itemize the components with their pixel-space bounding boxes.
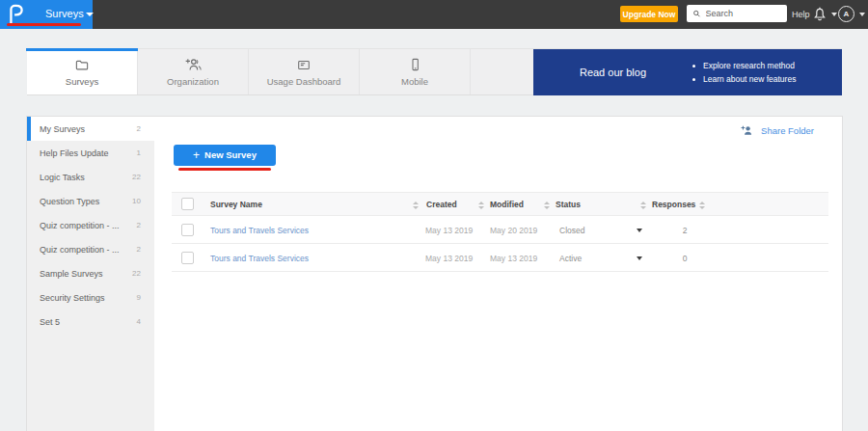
person-add-icon: [740, 124, 754, 137]
folder-name: Quiz competition - ...: [40, 245, 137, 255]
folder-name: Help Files Update: [40, 148, 137, 158]
tab-mobile[interactable]: Mobile: [360, 49, 471, 94]
folder-name: My Surveys: [40, 124, 137, 134]
folder-name: Quiz competition - ...: [40, 221, 137, 230]
content-card: My Surveys 2 Help Files Update 1 Logic T…: [26, 116, 843, 431]
tab-label: Mobile: [401, 76, 428, 87]
folder-count: 10: [132, 197, 141, 205]
sidebar-folder-item[interactable]: Set 5 4: [27, 310, 154, 334]
folder-count: 2: [137, 245, 141, 254]
banner-bullet: Explore research method: [692, 61, 796, 70]
mobile-icon: [408, 57, 422, 72]
row-checkbox[interactable]: [181, 224, 194, 236]
bell-dropdown-caret-icon[interactable]: [831, 13, 837, 16]
responses-count: 2: [677, 226, 692, 235]
dashboard-icon: [296, 58, 312, 72]
select-all-checkbox[interactable]: [181, 198, 194, 210]
column-header-modified[interactable]: Modified: [490, 200, 524, 209]
sidebar-folder-item[interactable]: Question Types 10: [27, 189, 154, 213]
tab-surveys[interactable]: Surveys: [27, 49, 138, 94]
status-value: Active: [559, 254, 582, 263]
sidebar-folder-item[interactable]: Quiz competition - ... 2: [27, 213, 154, 237]
avatar-dropdown-caret-icon[interactable]: [859, 13, 865, 16]
folder-count: 2: [137, 221, 141, 229]
tab-label: Surveys: [66, 76, 98, 87]
status-value: Closed: [559, 226, 584, 235]
folder-count: 22: [132, 269, 141, 278]
tab-label: Usage Dashboard: [267, 76, 341, 87]
column-header-responses[interactable]: Responses: [652, 200, 695, 209]
status-dropdown-caret-icon[interactable]: [637, 256, 642, 260]
upgrade-now-button[interactable]: Upgrade Now: [620, 6, 678, 22]
folder-name: Security Settings: [40, 293, 137, 303]
blog-banner[interactable]: Read our blog Explore research method Le…: [533, 49, 842, 95]
people-add-icon: [184, 57, 203, 72]
search-box[interactable]: [687, 5, 787, 22]
survey-name-link[interactable]: Tours and Travels Services: [210, 226, 309, 235]
table-body: Tours and Travels Services May 13 2019 M…: [172, 216, 828, 272]
folder-count: 9: [137, 293, 141, 302]
main-panel: +New Survey Share Folder Survey Name Cre…: [154, 117, 842, 431]
folder-count: 4: [137, 317, 141, 326]
table-row: Tours and Travels Services May 13 2019 M…: [172, 244, 828, 272]
proprofs-logo-icon: [8, 4, 24, 25]
tab-label: Organization: [167, 76, 219, 87]
folder-count: 1: [137, 148, 141, 157]
column-header-status[interactable]: Status: [556, 200, 581, 209]
brand-underline: [7, 23, 81, 26]
share-folder-label: Share Folder: [761, 125, 814, 136]
app-window: Surveys Upgrade Now Help A Surveys: [0, 0, 868, 431]
brand-menu[interactable]: Surveys: [0, 0, 93, 29]
sort-icon[interactable]: [413, 202, 419, 209]
folder-name: Question Types: [40, 197, 132, 206]
surveys-table: Survey Name Created Modified Status Resp…: [172, 192, 828, 272]
table-row: Tours and Travels Services May 13 2019 M…: [172, 216, 828, 244]
sort-icon[interactable]: [478, 202, 484, 209]
modified-date: May 13 2019: [490, 254, 537, 263]
brand-label: Surveys: [45, 8, 84, 19]
search-icon: [692, 9, 701, 18]
avatar[interactable]: A: [838, 6, 854, 22]
banner-bullet-list: Explore research method Learn about new …: [692, 57, 796, 88]
folder-count: 22: [132, 173, 141, 181]
responses-count: 0: [677, 254, 692, 263]
new-survey-button[interactable]: +New Survey: [174, 145, 276, 166]
sort-icon[interactable]: [640, 202, 646, 209]
survey-name-link[interactable]: Tours and Travels Services: [210, 254, 309, 263]
sort-icon[interactable]: [699, 202, 705, 209]
chevron-down-icon: [86, 13, 94, 16]
search-input[interactable]: [706, 9, 781, 18]
help-link[interactable]: Help: [792, 10, 810, 19]
table-header: Survey Name Created Modified Status Resp…: [172, 192, 828, 216]
column-header-survey-name[interactable]: Survey Name: [210, 200, 262, 209]
tab-usage-dashboard[interactable]: Usage Dashboard: [249, 49, 360, 94]
row-checkbox[interactable]: [181, 252, 194, 264]
folder-icon: [74, 58, 90, 72]
modified-date: May 20 2019: [490, 226, 537, 235]
sidebar-folder-item[interactable]: Logic Tasks 22: [27, 165, 154, 189]
tab-strip: Surveys Organization Usage Dashboard Mob…: [27, 48, 842, 95]
folder-name: Set 5: [40, 317, 137, 327]
sidebar-folder-item[interactable]: Sample Surveys 22: [27, 261, 154, 285]
folder-count: 2: [137, 124, 141, 133]
folders-sidebar: My Surveys 2 Help Files Update 1 Logic T…: [27, 117, 154, 431]
new-survey-underline: [178, 168, 271, 171]
sidebar-folder-item[interactable]: My Surveys 2: [27, 117, 154, 141]
created-date: May 13 2019: [425, 226, 473, 235]
notifications-bell-icon[interactable]: [812, 6, 827, 23]
banner-title: Read our blog: [533, 67, 692, 78]
status-dropdown-caret-icon[interactable]: [637, 229, 642, 232]
plus-icon: +: [193, 148, 200, 162]
sidebar-folder-item[interactable]: Security Settings 9: [27, 285, 154, 310]
banner-bullet: Learn about new features: [692, 74, 796, 84]
sort-icon[interactable]: [544, 202, 550, 209]
top-bar: Surveys Upgrade Now Help A: [0, 0, 868, 29]
created-date: May 13 2019: [425, 254, 473, 263]
folder-name: Sample Surveys: [40, 269, 132, 279]
tab-organization[interactable]: Organization: [138, 49, 249, 94]
folder-name: Logic Tasks: [40, 173, 132, 182]
share-folder-link[interactable]: Share Folder: [740, 124, 814, 137]
sidebar-folder-item[interactable]: Quiz competition - ... 2: [27, 237, 154, 261]
sidebar-folder-item[interactable]: Help Files Update 1: [27, 141, 154, 165]
column-header-created[interactable]: Created: [426, 200, 457, 209]
